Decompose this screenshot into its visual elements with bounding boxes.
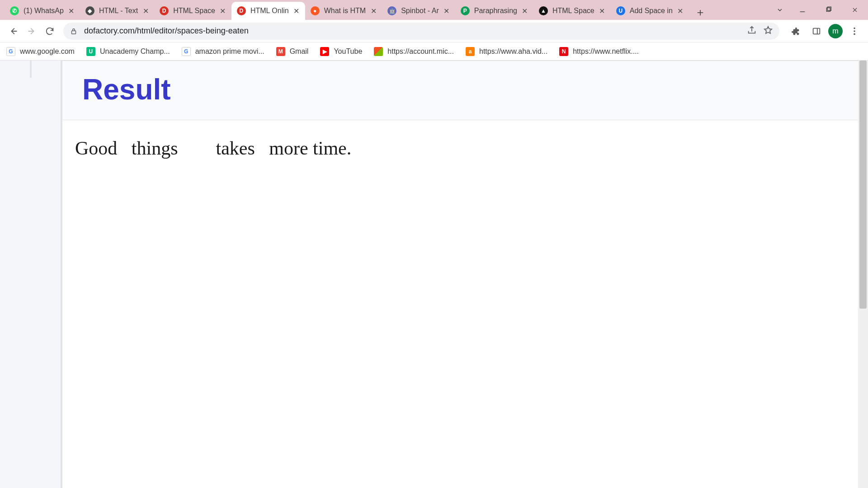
- dofactory-icon: D: [160, 6, 169, 15]
- bookmark-label: https://www.aha.vid...: [479, 47, 547, 56]
- result-output: Good things takes more time.: [62, 120, 858, 176]
- bookmark-label: https://www.netflix....: [573, 47, 639, 56]
- close-icon[interactable]: ✕: [219, 7, 227, 15]
- toolbar: m: [0, 20, 868, 42]
- close-window-button[interactable]: [842, 2, 868, 18]
- omnibox-actions: [747, 25, 773, 37]
- netflix-icon: N: [559, 47, 568, 56]
- minimize-button[interactable]: [789, 2, 816, 18]
- bookmark-label: Gmail: [290, 47, 309, 56]
- site-icon: U: [616, 6, 625, 15]
- reload-button[interactable]: [41, 22, 59, 40]
- share-icon: [747, 25, 757, 35]
- close-icon[interactable]: ✕: [67, 7, 75, 15]
- lock-icon: [70, 27, 78, 35]
- bookmark-netflix[interactable]: N https://www.netflix....: [559, 47, 639, 56]
- close-icon[interactable]: ✕: [292, 7, 301, 15]
- tab-spinbot[interactable]: 🤖 Spinbot - Ar ✕: [382, 2, 455, 20]
- gmail-icon: M: [276, 47, 285, 56]
- address-bar[interactable]: [63, 23, 779, 40]
- profile-avatar[interactable]: m: [828, 24, 843, 38]
- avatar-initial: m: [832, 27, 838, 35]
- maximize-button[interactable]: [816, 2, 842, 18]
- site-icon: ●: [311, 6, 320, 15]
- arrow-left-icon: [9, 26, 19, 36]
- window-controls: [770, 0, 868, 20]
- page-viewport: Result Good things takes more time.: [0, 61, 868, 488]
- bookmark-gmail[interactable]: M Gmail: [276, 47, 309, 56]
- tab-label: HTML - Text: [99, 7, 138, 15]
- tab-html-space-2[interactable]: ▲ HTML Space ✕: [533, 2, 611, 20]
- tab-strip: ✆ (1) WhatsAp ✕ ◆ HTML - Text ✕ D HTML S…: [0, 0, 868, 20]
- bookmark-microsoft[interactable]: https://account.mic...: [374, 47, 454, 56]
- tab-whatsapp[interactable]: ✆ (1) WhatsAp ✕: [5, 2, 80, 20]
- dofactory-icon: D: [237, 6, 246, 15]
- tab-what-is-html[interactable]: ● What is HTM ✕: [305, 2, 382, 20]
- microsoft-icon: [374, 47, 383, 56]
- svg-rect-3: [813, 28, 820, 34]
- result-header: Result: [62, 61, 858, 120]
- sidepanel-icon: [811, 26, 821, 36]
- new-tab-button[interactable]: ＋: [693, 5, 708, 20]
- svg-rect-1: [827, 7, 831, 10]
- extensions-button[interactable]: [787, 22, 805, 40]
- robot-icon: 🤖: [387, 6, 396, 15]
- tab-html-online[interactable]: D HTML Onlin ✕: [231, 2, 305, 20]
- tab-add-space[interactable]: U Add Space in ✕: [611, 2, 689, 20]
- bookmark-button[interactable]: [763, 25, 773, 37]
- share-button[interactable]: [747, 25, 757, 37]
- svg-point-4: [854, 27, 855, 29]
- tab-html-text[interactable]: ◆ HTML - Text ✕: [80, 2, 154, 20]
- close-icon[interactable]: ✕: [598, 7, 606, 15]
- toolbar-right: m: [787, 22, 863, 40]
- tab-label: What is HTM: [324, 7, 366, 15]
- bookmark-unacademy[interactable]: U Unacademy Champ...: [86, 47, 170, 56]
- forward-button[interactable]: [23, 22, 41, 40]
- reload-icon: [45, 26, 55, 36]
- splitter-left[interactable]: [30, 61, 32, 78]
- bookmark-youtube[interactable]: ▶ YouTube: [320, 47, 362, 56]
- vertical-scrollbar[interactable]: [858, 61, 868, 488]
- svg-rect-0: [826, 8, 830, 11]
- bookmark-amazon-prime[interactable]: G amazon prime movi...: [182, 47, 264, 56]
- site-icon: ▲: [539, 6, 548, 15]
- tab-label: Paraphrasing: [474, 7, 517, 15]
- tab-html-space-1[interactable]: D HTML Space ✕: [154, 2, 231, 20]
- bookmark-label: www.google.com: [20, 47, 75, 56]
- bookmark-label: amazon prime movi...: [195, 47, 264, 56]
- maximize-icon: [825, 6, 832, 14]
- close-icon[interactable]: ✕: [369, 7, 377, 15]
- scroll-thumb[interactable]: [859, 61, 867, 309]
- bookmark-label: https://account.mic...: [387, 47, 454, 56]
- chrome-menu-button[interactable]: [845, 22, 863, 40]
- tab-paraphrasing[interactable]: P Paraphrasing ✕: [455, 2, 533, 20]
- bookmark-google[interactable]: G www.google.com: [6, 47, 75, 56]
- arrow-right-icon: [27, 26, 37, 36]
- tab-search-button[interactable]: [770, 2, 789, 18]
- url-input[interactable]: [84, 26, 747, 36]
- minimize-icon: [799, 6, 806, 14]
- tab-label: HTML Onlin: [250, 7, 289, 15]
- tab-label: (1) WhatsAp: [24, 7, 64, 15]
- youtube-icon: ▶: [320, 47, 329, 56]
- star-icon: [763, 25, 773, 35]
- sidepanel-button[interactable]: [807, 22, 826, 40]
- result-heading: Result: [82, 73, 838, 106]
- unacademy-icon: U: [86, 47, 95, 56]
- bookmark-aha[interactable]: a https://www.aha.vid...: [466, 47, 547, 56]
- close-icon[interactable]: ✕: [443, 7, 451, 15]
- svg-rect-2: [72, 31, 76, 34]
- google-icon: G: [182, 47, 191, 56]
- svg-point-5: [854, 30, 855, 32]
- close-icon: [852, 7, 858, 13]
- aha-icon: a: [466, 47, 475, 56]
- chevron-down-icon: [776, 6, 783, 14]
- result-panel: Result Good things takes more time.: [62, 61, 858, 488]
- tab-label: HTML Space: [173, 7, 215, 15]
- tab-label: HTML Space: [552, 7, 594, 15]
- close-icon[interactable]: ✕: [142, 7, 150, 15]
- google-icon: G: [6, 47, 15, 56]
- close-icon[interactable]: ✕: [676, 7, 684, 15]
- back-button[interactable]: [5, 22, 23, 40]
- close-icon[interactable]: ✕: [521, 7, 529, 15]
